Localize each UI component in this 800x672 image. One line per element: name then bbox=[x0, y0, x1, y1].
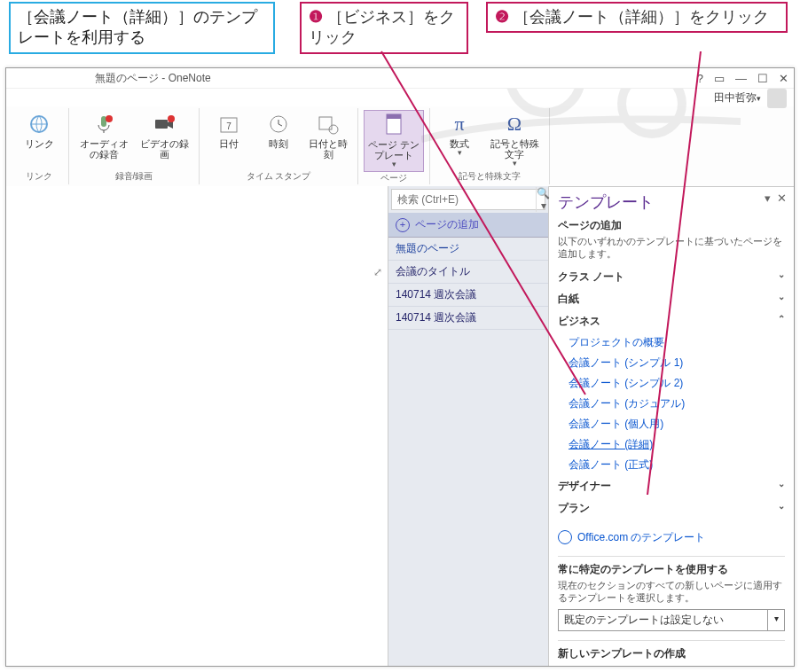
ribbon: リンク リンク オーディオの録音 ビデオの録画 録音/録画 7 bbox=[6, 106, 794, 187]
search-bar[interactable]: 🔍▾ bbox=[391, 189, 545, 210]
ribbon-page-template[interactable]: ページ テンプレート ▾ bbox=[364, 110, 424, 172]
ribbon-symbol[interactable]: Ω 記号と特殊文字 ▾ bbox=[485, 110, 544, 170]
window-title: 無題のページ - OneNote bbox=[95, 71, 211, 86]
step-badge-1: ❶ bbox=[309, 7, 323, 27]
svg-rect-15 bbox=[387, 114, 401, 119]
help-button[interactable]: ? bbox=[697, 72, 703, 85]
office-templates-link[interactable]: Office.com のテンプレート bbox=[558, 530, 785, 545]
tpl-item-meeting-detailed[interactable]: 会議ノート (詳細) bbox=[558, 434, 785, 455]
office-link-label: Office.com のテンプレート bbox=[577, 530, 705, 545]
ribbon-group-link: リンク bbox=[26, 170, 52, 183]
section-add-page: ページの追加 bbox=[558, 218, 785, 233]
chevron-up-icon: ⌃ bbox=[778, 314, 785, 329]
ribbon-datetime-label: 日付と時刻 bbox=[306, 138, 350, 160]
page-canvas[interactable]: ⤢ bbox=[6, 186, 388, 666]
avatar[interactable] bbox=[767, 89, 787, 108]
tpl-item-project-overview[interactable]: プロジェクトの概要 bbox=[558, 332, 785, 353]
chevron-down-icon: ⌄ bbox=[778, 292, 785, 307]
minimize-button[interactable]: — bbox=[735, 72, 747, 85]
link-icon bbox=[27, 112, 51, 137]
template-pane-title: テンプレート bbox=[558, 191, 785, 213]
ribbon-display-button[interactable]: ▭ bbox=[714, 72, 725, 85]
search-input[interactable] bbox=[392, 193, 536, 206]
ribbon-date[interactable]: 7 日付 bbox=[205, 110, 253, 161]
onenote-window: 無題のページ - OneNote ? ▭ — ☐ ✕ 田中哲弥▾ リンク リンク bbox=[5, 67, 795, 667]
cat-business[interactable]: ビジネス ⌃ bbox=[558, 310, 785, 332]
ribbon-time[interactable]: 時刻 bbox=[255, 110, 302, 161]
add-page-button[interactable]: + ページの追加 bbox=[388, 213, 548, 238]
cat-business-label: ビジネス bbox=[558, 314, 600, 329]
cat-blank[interactable]: 白紙 ⌄ bbox=[558, 288, 785, 310]
pi-icon: π bbox=[447, 112, 472, 137]
combo-value: 既定のテンプレートは設定しない bbox=[558, 609, 768, 631]
ribbon-group-page: ページ bbox=[380, 172, 407, 184]
default-template-combo[interactable]: 既定のテンプレートは設定しない ▾ bbox=[558, 609, 785, 631]
cat-blank-label: 白紙 bbox=[558, 292, 579, 307]
cat-class-label: クラス ノート bbox=[558, 270, 624, 285]
cat-designer[interactable]: デザイナー ⌄ bbox=[558, 475, 785, 497]
ribbon-group-symbol: 記号と特殊文字 bbox=[459, 170, 521, 183]
ribbon-video-record[interactable]: ビデオの録画 bbox=[135, 110, 193, 161]
callout-step-1: ❶ ［ビジネス］をクリック bbox=[300, 2, 468, 54]
ribbon-equation[interactable]: π 数式 ▾ bbox=[435, 110, 483, 170]
cat-class-notes[interactable]: クラス ノート ⌄ bbox=[558, 266, 785, 288]
user-line: 田中哲弥▾ bbox=[6, 89, 794, 106]
tpl-item-meeting-casual[interactable]: 会議ノート (カジュアル) bbox=[558, 394, 785, 414]
microphone-icon bbox=[91, 112, 116, 137]
callout-title: ［会議ノート（詳細）］のテンプレートを利用する bbox=[9, 2, 275, 54]
page-template-icon bbox=[381, 113, 406, 137]
tpl-item-meeting-simple2[interactable]: 会議ノート (シンプル 2) bbox=[558, 373, 785, 394]
ribbon-template-label: ページ テンプレート bbox=[366, 139, 421, 160]
globe-icon bbox=[558, 530, 572, 544]
ribbon-link-label: リンク bbox=[25, 138, 54, 149]
ribbon-audio-record[interactable]: オーディオの録音 bbox=[75, 110, 133, 161]
user-name[interactable]: 田中哲弥 bbox=[714, 91, 757, 104]
chevron-down-icon: ⌄ bbox=[778, 270, 785, 285]
page-item-untitled[interactable]: 無題のページ bbox=[388, 238, 548, 261]
chevron-down-icon[interactable]: ▾ bbox=[768, 609, 785, 631]
add-page-label: ページの追加 bbox=[415, 217, 479, 232]
cat-plan-label: プラン bbox=[558, 501, 590, 516]
chevron-down-icon: ⌄ bbox=[778, 501, 785, 516]
ribbon-group-record: 録音/録画 bbox=[115, 170, 153, 183]
close-button[interactable]: ✕ bbox=[779, 72, 788, 85]
plus-icon: + bbox=[396, 218, 410, 232]
tpl-item-meeting-simple1[interactable]: 会議ノート (シンプル 1) bbox=[558, 353, 785, 373]
svg-point-8 bbox=[168, 115, 175, 122]
page-item[interactable]: 140714 週次会議 bbox=[388, 284, 548, 307]
ribbon-audio-label: オーディオの録音 bbox=[76, 138, 131, 160]
ribbon-datetime[interactable]: 日付と時刻 bbox=[304, 110, 352, 161]
save-as-template-link[interactable]: 現在のページをテンプレートとして保存 bbox=[558, 661, 785, 666]
ribbon-time-label: 時刻 bbox=[269, 138, 288, 149]
pane-options-icon[interactable]: ▾ bbox=[765, 191, 771, 205]
page-item[interactable]: 140714 週次会議 bbox=[388, 307, 548, 330]
svg-point-6 bbox=[106, 115, 113, 122]
desc-add-page: 以下のいずれかのテンプレートに基づいたページを追加します。 bbox=[558, 235, 785, 261]
expand-icon[interactable]: ⤢ bbox=[373, 266, 382, 278]
svg-text:7: 7 bbox=[226, 121, 231, 131]
close-pane-icon[interactable]: ✕ bbox=[777, 191, 787, 205]
ribbon-link[interactable]: リンク bbox=[15, 110, 63, 151]
ribbon-symbol-label: 記号と特殊文字 bbox=[487, 138, 542, 160]
step-text-2: ［会議ノート（詳細）］をクリック bbox=[514, 8, 769, 26]
tpl-item-meeting-formal[interactable]: 会議ノート (正式) bbox=[558, 455, 785, 475]
page-item[interactable]: 会議のタイトル bbox=[388, 261, 548, 284]
clock-icon bbox=[266, 112, 291, 137]
title-bar: 無題のページ - OneNote ? ▭ — ☐ ✕ bbox=[6, 68, 794, 89]
cat-designer-label: デザイナー bbox=[558, 479, 611, 494]
search-icon[interactable]: 🔍▾ bbox=[536, 187, 550, 212]
ribbon-video-label: ビデオの録画 bbox=[137, 138, 192, 160]
cat-plan[interactable]: プラン ⌄ bbox=[558, 497, 785, 520]
svg-rect-7 bbox=[155, 120, 168, 129]
maximize-button[interactable]: ☐ bbox=[757, 72, 768, 85]
ribbon-date-label: 日付 bbox=[219, 138, 239, 149]
callout-step-2: ❷ ［会議ノート（詳細）］をクリック bbox=[486, 2, 788, 33]
camera-icon bbox=[152, 112, 176, 137]
calendar-icon: 7 bbox=[216, 112, 241, 137]
section-new-template: 新しいテンプレートの作成 bbox=[558, 646, 785, 661]
section-always-template: 常に特定のテンプレートを使用する bbox=[558, 562, 785, 577]
step-badge-2: ❷ bbox=[495, 7, 509, 27]
tpl-item-meeting-personal[interactable]: 会議ノート (個人用) bbox=[558, 414, 785, 434]
svg-rect-5 bbox=[101, 116, 106, 127]
page-list-pane: 🔍▾ + ページの追加 無題のページ 会議のタイトル 140714 週次会議 1… bbox=[388, 186, 549, 666]
